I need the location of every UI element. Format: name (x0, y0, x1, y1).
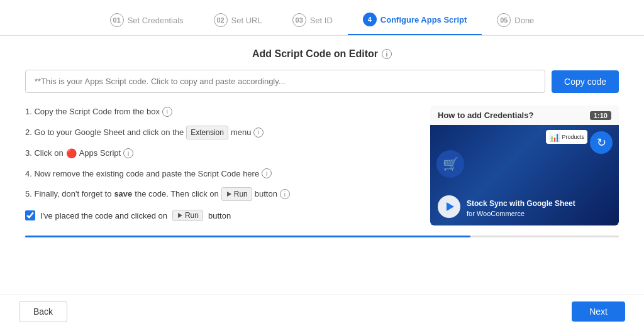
run-badge-checkbox: Run (172, 210, 203, 221)
step-label-2: Set URL (231, 16, 262, 25)
how-to-panel: How to add Credentials? 1:10 📊 Products … (430, 106, 619, 225)
step-label-4: Configure Apps Script (380, 15, 467, 24)
sheet-decoration: 📊 Products (546, 130, 587, 144)
instruction-3: 3. Click on 🔴 Apps Script i (25, 147, 411, 160)
info-icon[interactable]: i (382, 49, 392, 59)
step-num-1: 01 (110, 13, 124, 27)
next-button[interactable]: Next (572, 301, 625, 322)
apps-script-icon: 🔴 (66, 147, 77, 160)
step-set-url[interactable]: 02 Set URL (199, 8, 277, 35)
progress-container (25, 236, 619, 237)
step-set-credentials[interactable]: 01 Set Credentials (95, 8, 199, 35)
confirmation-checkbox[interactable] (25, 210, 35, 220)
video-title: Stock Sync with Google Sheet (467, 199, 575, 209)
stepper: 01 Set Credentials 02 Set URL 03 Set ID … (0, 0, 644, 36)
play-triangle-icon (447, 202, 454, 211)
step-configure-apps-script[interactable]: 4 Configure Apps Script (348, 8, 482, 35)
run-triangle-icon (226, 191, 232, 197)
instruction-4: 4. Now remove the existing code and past… (25, 168, 411, 180)
step-num-4: 4 (363, 13, 377, 26)
step-num-5: 05 (497, 13, 511, 27)
section-title-text: Add Script Code on Editor (252, 48, 378, 60)
two-col-layout: 1. Copy the Script Code from the box i 2… (25, 106, 619, 225)
checkbox-label-before: I've placed the code and clicked on (40, 211, 167, 220)
run-badge-inline: Run (221, 187, 252, 201)
step-set-id[interactable]: 03 Set ID (277, 8, 348, 35)
copy-code-button[interactable]: Copy code (552, 70, 619, 93)
duration-badge: 1:10 (590, 111, 611, 120)
instruction-1-num: 1. Copy the Script Code from the box (25, 106, 160, 118)
svg-marker-1 (178, 213, 182, 218)
video-subtitle: for WooCommerce (467, 209, 575, 218)
info-icon-5[interactable]: i (280, 189, 290, 199)
progress-bar (25, 236, 470, 237)
run-checkbox-icon (177, 212, 183, 219)
video-play-button[interactable] (438, 195, 460, 218)
step-label-1: Set Credentials (128, 16, 184, 25)
code-input[interactable] (25, 70, 545, 93)
instructions-list: 1. Copy the Script Code from the box i 2… (25, 106, 411, 201)
right-col: How to add Credentials? 1:10 📊 Products … (430, 106, 619, 225)
step-num-2: 02 (214, 13, 228, 27)
extension-badge: Extension (186, 126, 228, 139)
cart-decoration: 🛒 (436, 150, 464, 178)
instruction-2: 2. Go to your Google Sheet and click on … (25, 126, 411, 139)
back-button[interactable]: Back (19, 301, 67, 322)
how-to-header: How to add Credentials? 1:10 (430, 106, 619, 125)
info-icon-4[interactable]: i (262, 168, 272, 178)
section-title: Add Script Code on Editor i (25, 48, 619, 60)
step-label-3: Set ID (310, 16, 333, 25)
checkbox-row: I've placed the code and clicked on Run … (25, 210, 411, 221)
main-content: Add Script Code on Editor i Copy code 1.… (0, 36, 644, 294)
refresh-decoration: ↻ (590, 131, 613, 154)
checkbox-label-after: button (208, 211, 231, 220)
footer: Back Next (0, 294, 644, 331)
info-icon-2[interactable]: i (253, 128, 264, 138)
code-row: Copy code (25, 70, 619, 93)
step-label-5: Done (514, 16, 534, 25)
instruction-5: 5. Finally, don't forget to save the cod… (25, 187, 411, 201)
video-label: Stock Sync with Google Sheet for WooComm… (467, 199, 575, 218)
how-to-title: How to add Credentials? (438, 111, 533, 120)
save-bold: save (114, 188, 132, 200)
video-thumbnail[interactable]: 📊 Products 🛒 ↻ Stock Sync with Google Sh… (430, 125, 619, 225)
left-col: 1. Copy the Script Code from the box i 2… (25, 106, 411, 225)
info-icon-1[interactable]: i (162, 107, 172, 117)
instruction-1: 1. Copy the Script Code from the box i (25, 106, 411, 118)
svg-marker-0 (227, 192, 231, 197)
step-num-3: 03 (292, 13, 306, 27)
step-done[interactable]: 05 Done (482, 8, 549, 35)
info-icon-3[interactable]: i (123, 148, 133, 158)
